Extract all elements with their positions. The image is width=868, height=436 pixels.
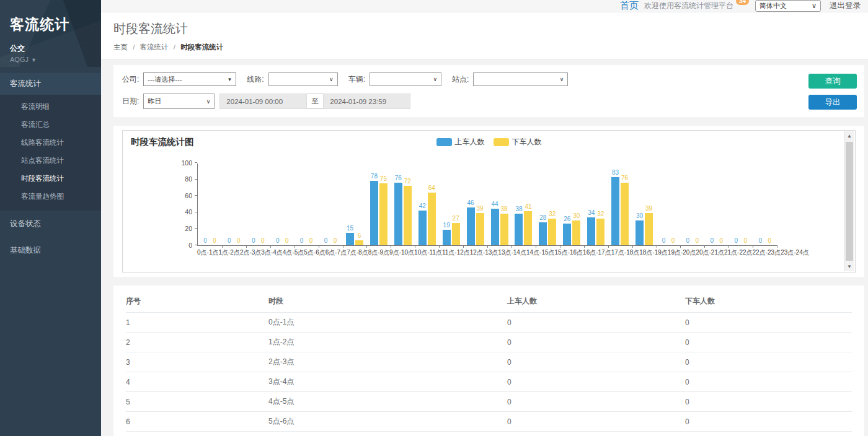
- table-cell: 2: [126, 333, 268, 352]
- scroll-up-icon[interactable]: ▲: [844, 133, 854, 139]
- sidebar-subitem[interactable]: 线路客流统计: [0, 134, 101, 152]
- bar-column: 0: [717, 164, 725, 245]
- bar[interactable]: [548, 219, 556, 245]
- table-cell: 1点-2点: [268, 333, 507, 352]
- bar[interactable]: [355, 240, 363, 245]
- station-select[interactable]: ∨: [473, 72, 568, 86]
- y-axis-tick-label: 0: [188, 242, 192, 249]
- bar[interactable]: [491, 209, 499, 245]
- table-cell: 0: [685, 412, 852, 432]
- bar-value-label: 0: [276, 238, 280, 244]
- end-date-input[interactable]: 2024-01-09 23:59: [323, 94, 410, 109]
- bar-value-label: 0: [213, 238, 216, 244]
- table-cell: 6: [685, 432, 852, 436]
- bar-value-label: 0: [309, 238, 313, 244]
- org-code-dropdown[interactable]: AQGJ▼: [10, 56, 91, 63]
- bar[interactable]: [346, 233, 354, 245]
- bar[interactable]: [404, 186, 412, 245]
- y-axis-tick-label: 60: [185, 193, 192, 199]
- bar[interactable]: [428, 193, 436, 245]
- bar-column: 0: [331, 164, 339, 245]
- bar[interactable]: [539, 222, 547, 245]
- bar[interactable]: [418, 211, 427, 245]
- bar[interactable]: [394, 183, 402, 245]
- export-button[interactable]: 导出: [808, 95, 857, 110]
- y-axis-tick-mark: [195, 245, 197, 245]
- start-date-input[interactable]: 2024-01-09 00:00: [219, 94, 307, 109]
- sidebar-subitem[interactable]: 客流明细: [0, 98, 101, 116]
- x-axis-category-label: 7点-8点: [347, 249, 368, 256]
- vehicle-select[interactable]: ∨: [370, 72, 441, 86]
- breadcrumb-section[interactable]: 客流统计: [140, 43, 169, 51]
- bar-column: 0: [201, 164, 209, 245]
- notification-badge[interactable]: 34: [736, 0, 749, 5]
- table-cell: 0: [507, 333, 685, 352]
- x-axis-tick: [343, 245, 343, 248]
- bar-column: 0: [732, 164, 740, 245]
- bar-value-label: 76: [621, 175, 628, 181]
- sidebar-subitem[interactable]: 客流量趋势图: [0, 188, 101, 206]
- breadcrumb-home[interactable]: 主页: [113, 43, 128, 51]
- x-axis-tick: [294, 245, 295, 248]
- date-preset-select[interactable]: 昨日 ∨: [143, 94, 215, 109]
- bar-group: 00: [704, 164, 728, 245]
- bar-column: 0: [249, 164, 257, 245]
- bar[interactable]: [443, 230, 451, 245]
- bar[interactable]: [524, 211, 532, 245]
- bar-value-label: 46: [467, 200, 474, 206]
- legend-item[interactable]: 下车人数: [494, 137, 542, 147]
- sidebar-item-passenger-stats[interactable]: 客流统计: [0, 73, 101, 95]
- bar-value-label: 38: [515, 206, 522, 212]
- table-row: 10点-1点00: [126, 313, 852, 333]
- bar-value-label: 0: [203, 238, 207, 244]
- query-button[interactable]: 查询: [808, 74, 857, 89]
- bar-group: 00: [198, 164, 222, 245]
- bar-column: 6: [355, 164, 363, 245]
- bar[interactable]: [452, 223, 460, 245]
- logout-link[interactable]: 退出登录: [830, 1, 861, 11]
- bar[interactable]: [379, 183, 388, 245]
- bar[interactable]: [636, 220, 644, 245]
- x-axis-tick: [319, 245, 319, 248]
- company-select[interactable]: ---请选择--- ▼: [143, 72, 236, 86]
- sidebar-item-base-data[interactable]: 基础数据: [0, 237, 101, 264]
- bar[interactable]: [515, 214, 523, 245]
- sidebar-item-device-status[interactable]: 设备状态: [0, 211, 101, 237]
- legend-item[interactable]: 上车人数: [436, 137, 485, 147]
- chart-box: 时段车流统计图 上车人数下车人数 00000000000015678757672…: [122, 130, 856, 272]
- home-link[interactable]: 首页: [620, 0, 639, 12]
- table-row: 65点-6点00: [126, 412, 852, 432]
- bar[interactable]: [467, 207, 475, 245]
- bar[interactable]: [476, 213, 484, 245]
- bar-column: 15: [346, 164, 354, 245]
- sidebar-subitem[interactable]: 客流汇总: [0, 116, 101, 134]
- bar-value-label: 39: [645, 206, 652, 212]
- bar[interactable]: [572, 220, 580, 245]
- scroll-down-icon[interactable]: ▼: [844, 264, 854, 269]
- bar-value-label: 0: [228, 238, 231, 244]
- breadcrumb: 主页 / 客流统计 / 时段客流统计: [113, 43, 868, 52]
- language-select[interactable]: 简体中文 ∨: [755, 0, 821, 12]
- x-axis-tick: [463, 245, 464, 248]
- scrollbar-thumb[interactable]: [846, 142, 853, 261]
- sidebar-subitem[interactable]: 时段客流统计: [0, 170, 101, 188]
- bar[interactable]: [611, 177, 619, 245]
- bar[interactable]: [370, 181, 378, 245]
- chart-scrollbar[interactable]: ▲ ▼: [844, 131, 854, 271]
- bar-column: 19: [443, 164, 451, 245]
- bar-column: 0: [307, 164, 315, 245]
- bar[interactable]: [621, 183, 629, 245]
- bar[interactable]: [500, 214, 508, 245]
- x-axis-category-label: 16点-17点: [583, 249, 611, 256]
- bar[interactable]: [587, 217, 595, 245]
- x-axis-category-label: 6点-7点: [326, 249, 347, 256]
- table-row: 32点-3点00: [126, 352, 852, 372]
- x-axis-category-label: 12点-13点: [470, 249, 498, 256]
- sidebar-subitem[interactable]: 站点客流统计: [0, 152, 101, 170]
- bar[interactable]: [563, 224, 571, 245]
- line-select[interactable]: ∨: [268, 72, 338, 86]
- x-axis-category-label: 18点-19点: [639, 249, 668, 256]
- bar[interactable]: [645, 213, 653, 245]
- table-cell: 15: [507, 432, 685, 436]
- bar[interactable]: [596, 219, 604, 245]
